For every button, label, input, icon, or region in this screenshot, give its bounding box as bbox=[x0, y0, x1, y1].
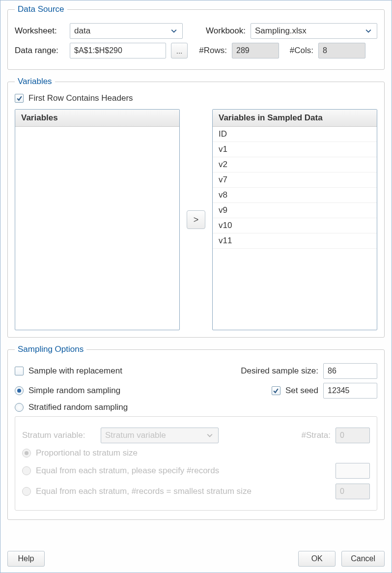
datarange-label: Data range: bbox=[15, 46, 65, 56]
stratified-options-panel: Stratum variable: Stratum variable #Stra… bbox=[15, 416, 377, 511]
nrows-label: #Rows: bbox=[193, 46, 227, 56]
button-bar: Help OK Cancel bbox=[7, 551, 385, 567]
sampled-variables-header: Variables in Sampled Data bbox=[213, 110, 377, 127]
equal-smallest-radio bbox=[22, 487, 31, 496]
variables-legend: Variables bbox=[15, 77, 55, 86]
sampled-variables-list[interactable]: Variables in Sampled Data IDv1v2v7v8v9v1… bbox=[212, 109, 377, 330]
set-seed-label: Set seed bbox=[285, 386, 318, 396]
list-item[interactable]: v10 bbox=[213, 218, 377, 233]
datarange-input[interactable] bbox=[70, 43, 166, 58]
first-row-headers-label: First Row Contains Headers bbox=[28, 93, 133, 103]
chevron-down-icon bbox=[364, 27, 373, 35]
help-button[interactable]: Help bbox=[7, 551, 45, 567]
equal-specify-input bbox=[336, 463, 370, 479]
stratum-variable-label: Stratum variable: bbox=[22, 430, 96, 440]
variables-group: Variables First Row Contains Headers Var… bbox=[7, 77, 385, 338]
stratum-variable-dropdown: Stratum variable bbox=[101, 428, 219, 443]
chevron-down-icon bbox=[205, 431, 214, 440]
proportional-radio bbox=[22, 449, 31, 458]
worksheet-dropdown[interactable]: data bbox=[70, 23, 183, 39]
sample-with-replacement-checkbox[interactable] bbox=[15, 367, 24, 375]
simple-sampling-radio[interactable] bbox=[15, 386, 24, 395]
workbook-label: Workbook: bbox=[193, 26, 246, 36]
equal-specify-label: Equal from each stratum, please specify … bbox=[36, 466, 219, 476]
stratum-variable-placeholder: Stratum variable bbox=[105, 430, 166, 440]
sampling-options-legend: Sampling Options bbox=[15, 344, 86, 354]
list-item[interactable]: v11 bbox=[213, 233, 377, 249]
stratified-sampling-label: Stratified random sampling bbox=[28, 402, 128, 412]
equal-smallest-label: Equal from each stratum, #records = smal… bbox=[36, 487, 252, 496]
equal-smallest-value bbox=[336, 484, 370, 499]
nrows-value bbox=[232, 43, 279, 58]
data-source-group: Data Source Worksheet: data Workbook: Sa… bbox=[7, 4, 385, 70]
list-item[interactable]: v1 bbox=[213, 142, 377, 157]
simple-sampling-label: Simple random sampling bbox=[28, 386, 120, 396]
ok-button[interactable]: OK bbox=[298, 551, 336, 567]
list-item[interactable]: v8 bbox=[213, 188, 377, 203]
nstrata-value bbox=[336, 428, 370, 443]
data-source-legend: Data Source bbox=[15, 4, 67, 14]
dialog: Data Source Worksheet: data Workbook: Sa… bbox=[0, 0, 392, 573]
workbook-dropdown[interactable]: Sampling.xlsx bbox=[251, 23, 377, 39]
proportional-label: Proportional to stratum size bbox=[36, 448, 138, 458]
cancel-button[interactable]: Cancel bbox=[341, 551, 385, 567]
chevron-down-icon bbox=[169, 27, 178, 35]
worksheet-label: Worksheet: bbox=[15, 26, 65, 36]
sample-with-replacement-label: Sample with replacement bbox=[28, 366, 122, 376]
ncols-value bbox=[318, 43, 365, 58]
ncols-label: #Cols: bbox=[284, 46, 313, 56]
list-item[interactable]: v7 bbox=[213, 172, 377, 188]
available-variables-header: Variables bbox=[15, 110, 179, 127]
equal-specify-radio bbox=[22, 466, 31, 475]
desired-sample-size-input[interactable] bbox=[323, 363, 377, 379]
available-variables-list[interactable]: Variables bbox=[15, 109, 180, 330]
datarange-browse-button[interactable]: ... bbox=[171, 43, 188, 58]
stratified-sampling-radio[interactable] bbox=[15, 403, 24, 412]
first-row-headers-checkbox[interactable] bbox=[15, 94, 24, 103]
list-item[interactable]: v2 bbox=[213, 157, 377, 172]
worksheet-value: data bbox=[74, 26, 90, 36]
set-seed-checkbox[interactable] bbox=[272, 386, 280, 395]
sampling-options-group: Sampling Options Sample with replacement… bbox=[7, 344, 385, 520]
set-seed-input[interactable] bbox=[323, 383, 377, 399]
move-right-button[interactable]: > bbox=[187, 210, 205, 229]
list-item[interactable]: ID bbox=[213, 127, 377, 142]
desired-sample-size-label: Desired sample size: bbox=[241, 366, 318, 376]
list-item[interactable]: v9 bbox=[213, 203, 377, 218]
nstrata-label: #Strata: bbox=[301, 430, 331, 440]
workbook-value: Sampling.xlsx bbox=[255, 26, 307, 36]
